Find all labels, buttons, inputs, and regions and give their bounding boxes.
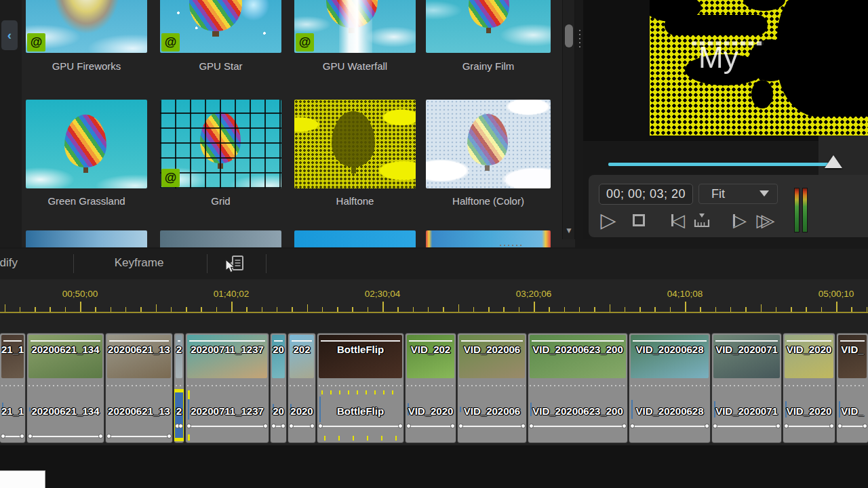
volume-keyframe-handle[interactable] [622,424,627,428]
clip-video-name: 2 [176,344,182,359]
volume-keyframe-handle[interactable] [263,424,268,428]
volume-keyframe-handle[interactable] [521,424,526,428]
timeline-clip[interactable]: VID_VID_ [837,333,868,443]
timeline-clip[interactable]: 20200621_1320200621_13 [106,333,172,443]
effect-tile-halftone-color-[interactable] [426,100,551,188]
volume-keyframe-handle[interactable] [406,424,411,428]
timeline-clip[interactable]: 22 [174,333,184,443]
timeline-clip[interactable]: 20200621_13420200621_134 [27,333,104,443]
timeline-clip[interactable]: VID_202VID_2020 [406,333,456,443]
effect-tile-partial3[interactable] [294,230,416,247]
next-frame-button[interactable]: ▷ [720,207,746,233]
volume-keyframe-handle[interactable] [178,424,183,428]
volume-keyframe-handle[interactable] [98,434,103,439]
volume-keyframe-handle[interactable] [705,424,709,428]
collapse-panel-button[interactable]: ‹ [1,20,18,50]
volume-keyframe-handle[interactable] [20,434,24,439]
scrollbar-thumb[interactable] [565,24,573,47]
clip-volume-line[interactable] [530,426,625,427]
clip-volume-line[interactable] [273,426,284,427]
marker-button[interactable] [689,207,715,233]
effects-scrollbar[interactable]: ▼ [562,0,575,239]
volume-keyframe-handle[interactable] [863,424,867,428]
clip-effect-indicator-line [178,340,180,342]
clip-volume-line[interactable] [176,426,182,427]
keyframe-marker [392,390,393,394]
timeline-clip[interactable]: VID_2020071VID_2020071 [712,333,781,443]
timecode-display[interactable]: 00; 00; 03; 20 [599,184,693,205]
volume-keyframe-handle[interactable] [186,424,191,428]
effect-tile-grid[interactable] [160,100,281,188]
seekbar-thumb[interactable] [825,155,842,168]
volume-keyframe-handle[interactable] [167,434,172,439]
timeline-clip[interactable]: VID_202006VID_202006 [458,333,526,443]
volume-keyframe-handle[interactable] [713,424,717,428]
clip-audio-name: VID_20200623_200 [530,405,626,420]
clip-volume-line[interactable] [460,426,524,427]
volume-keyframe-handle[interactable] [106,434,111,439]
clip-volume-line[interactable] [785,426,833,427]
timeline-clip[interactable]: 2022020 [288,333,315,443]
volume-keyframe-handle[interactable] [837,424,842,428]
effect-tile-gpu-fireworks[interactable] [26,0,147,53]
clip-volume-line[interactable] [2,436,23,437]
timeline-clip[interactable]: BottleFlipBottleFlip [317,333,403,443]
effect-tile-grainy-film[interactable] [426,0,551,53]
clip-volume-line[interactable] [108,436,170,437]
keyframe-marker [366,390,367,394]
clip-volume-line[interactable] [319,426,401,427]
volume-keyframe-handle[interactable] [271,424,276,428]
previous-frame-button[interactable]: ◁ [658,207,684,233]
preview-seekbar[interactable] [608,163,833,166]
volume-keyframe-handle[interactable] [398,424,403,428]
timeline-clip[interactable]: VID_20200623_200VID_20200623_200 [528,333,627,443]
volume-keyframe-handle[interactable] [281,424,285,428]
clip-volume-line[interactable] [839,426,866,427]
volume-keyframe-handle[interactable] [776,424,781,428]
effect-tile-gpu-star[interactable] [160,0,281,53]
clip-audio-name: 2 [176,405,182,420]
effect-tile-green-grassland[interactable] [26,100,147,188]
effect-tile-partial1[interactable] [26,230,147,247]
timeline-clip[interactable]: VID_2020VID_2020 [783,333,835,443]
effect-tile-partial4[interactable] [426,230,551,247]
volume-keyframe-handle[interactable] [1,434,5,439]
effect-tile-partial2[interactable] [160,230,281,247]
zoom-mode-dropdown[interactable]: Fit [698,184,778,204]
ruler-timestamp: 01;40;02 [214,289,250,299]
clip-volume-line[interactable] [714,426,779,427]
keyframe-button[interactable]: Keyframe [95,256,183,270]
scrollbar-down-arrow-icon[interactable]: ▼ [564,225,574,236]
clip-volume-line[interactable] [290,426,313,427]
clip-volume-line[interactable] [408,426,454,427]
timeline-ruler[interactable]: 00;50;0001;40;0202;30;0403;20;0604;10;08… [0,279,868,314]
stop-button[interactable] [626,207,652,233]
play-button[interactable]: ▷ [595,207,621,233]
volume-keyframe-handle[interactable] [630,424,635,428]
volume-keyframe-handle[interactable] [529,424,534,428]
clip-volume-line[interactable] [631,426,708,427]
timeline-clip[interactable]: 2020 [271,333,286,443]
timeline-clip[interactable]: 21_121_1 [0,333,25,443]
volume-keyframe-handle[interactable] [450,424,455,428]
clip-volume-line[interactable] [29,436,102,437]
clip-volume-line[interactable] [188,426,267,427]
volume-keyframe-handle[interactable] [784,424,789,428]
panel-splitter-handle-horizontal[interactable] [498,244,521,247]
modify-button[interactable]: Modify [0,256,18,270]
toolbar-separator [73,254,74,273]
preview-frame-halftone: My [650,0,868,136]
volume-keyframe-handle[interactable] [28,434,33,439]
clip-video-name: VID_ [838,344,867,359]
panel-splitter-handle-vertical[interactable] [578,28,581,47]
timeline-clip[interactable]: 20200711_123720200711_1237 [186,333,269,443]
effect-tile-gpu-waterfall[interactable] [294,0,416,53]
volume-keyframe-handle[interactable] [289,424,294,428]
volume-keyframe-handle[interactable] [829,424,834,428]
volume-keyframe-handle[interactable] [310,424,315,428]
effect-tile-halftone[interactable] [294,100,416,188]
fast-forward-button[interactable]: ▷▷ [753,207,778,233]
volume-keyframe-handle[interactable] [458,424,463,428]
timeline-clip[interactable]: VID_20200628VID_20200628 [629,333,710,443]
volume-keyframe-handle[interactable] [318,424,323,428]
